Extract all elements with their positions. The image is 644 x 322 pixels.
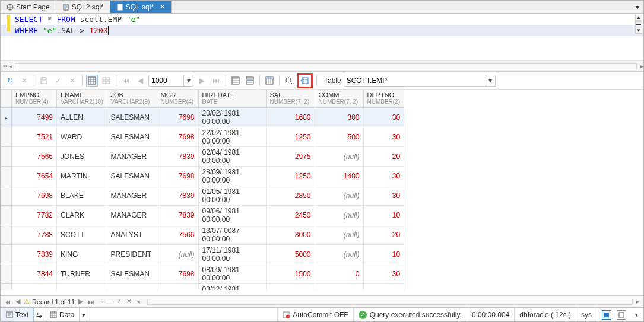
table-cell[interactable]: 7698 xyxy=(157,167,198,186)
table-cell[interactable]: 2850 xyxy=(266,186,315,206)
table-cell[interactable]: WARD xyxy=(57,127,107,147)
table-cell[interactable]: 1250 xyxy=(266,167,315,186)
table-cell[interactable]: SALESMAN xyxy=(107,264,157,284)
text-view-tab[interactable]: Text xyxy=(1,308,34,321)
table-cell[interactable]: 1400 xyxy=(315,167,363,186)
nav-prev-button[interactable]: ◀ xyxy=(14,298,21,305)
table-cell[interactable]: (null) xyxy=(315,206,363,225)
tab-overflow-icon[interactable]: ▾ xyxy=(632,1,643,13)
column-header[interactable]: ENAMEVARCHAR2(10) xyxy=(57,90,107,108)
column-header[interactable]: EMPNONUMBER(4) xyxy=(12,90,57,108)
column-header[interactable]: HIREDATEDATE xyxy=(198,90,266,108)
cancel-edit-button[interactable]: ✕ xyxy=(66,75,78,87)
table-cell[interactable]: (null) xyxy=(315,245,363,264)
selected-rows-button[interactable] xyxy=(244,75,256,87)
page-dropdown-icon[interactable]: ▾ xyxy=(184,75,193,87)
row-header-cell[interactable] xyxy=(1,225,12,245)
table-cell[interactable]: 500 xyxy=(315,127,363,147)
row-header-cell[interactable] xyxy=(1,108,12,127)
table-dropdown-icon[interactable]: ▾ xyxy=(486,75,496,87)
redirect-to-document-button[interactable] xyxy=(297,73,313,88)
prev-page-button[interactable]: ◀ xyxy=(134,75,146,87)
table-cell[interactable]: 7566 xyxy=(157,225,198,245)
close-icon[interactable]: ✕ xyxy=(160,3,165,11)
page-size-input[interactable] xyxy=(148,75,184,87)
table-cell[interactable]: ANALYST xyxy=(107,284,157,291)
table-cell[interactable]: 30 xyxy=(363,264,404,284)
table-cell[interactable]: 7566 xyxy=(157,284,198,291)
grid-view-button[interactable] xyxy=(86,75,98,87)
window-layout-2-button[interactable] xyxy=(617,310,626,320)
column-header[interactable]: JOBVARCHAR2(9) xyxy=(107,90,157,108)
table-cell[interactable]: 30 xyxy=(363,167,404,186)
table-cell[interactable]: 7902 xyxy=(12,284,57,291)
table-cell[interactable]: 7698 xyxy=(157,127,198,147)
table-cell[interactable]: 7839 xyxy=(157,147,198,167)
row-header-cell[interactable] xyxy=(1,186,12,206)
table-cell[interactable]: 20 xyxy=(363,225,404,245)
table-row[interactable]: 7788SCOTTANALYST756613/07/ 0087 00:00:00… xyxy=(1,225,404,245)
table-cell[interactable]: 30 xyxy=(363,127,404,147)
column-header[interactable]: COMMNUMBER(7, 2) xyxy=(315,90,363,108)
table-cell[interactable]: MANAGER xyxy=(107,206,157,225)
table-cell[interactable]: 7698 xyxy=(12,186,57,206)
table-row[interactable]: 7902FORDANALYST756603/12/ 1981 00:00:003… xyxy=(1,284,404,291)
next-page-button[interactable]: ▶ xyxy=(196,75,208,87)
row-header-cell[interactable] xyxy=(1,167,12,186)
table-row[interactable]: 7839KINGPRESIDENT(null)17/11/ 1981 00:00… xyxy=(1,245,404,264)
table-cell[interactable]: 5000 xyxy=(266,245,315,264)
table-cell[interactable]: 30 xyxy=(363,108,404,127)
table-cell[interactable]: MARTIN xyxy=(57,167,107,186)
check-accept-button[interactable]: ✓ xyxy=(52,75,64,87)
table-cell[interactable]: 22/02/ 1981 00:00:00 xyxy=(198,127,266,147)
collapse-button[interactable]: ⇆ xyxy=(34,308,45,321)
data-view-tab[interactable]: Data xyxy=(45,308,80,321)
first-page-button[interactable]: ⏮ xyxy=(120,75,132,87)
editor-splitter[interactable]: •ı• ◂ ▸ xyxy=(1,61,643,72)
nav-scroll-right-icon[interactable]: ▸ xyxy=(635,298,641,305)
results-grid[interactable]: EMPNONUMBER(4)ENAMEVARCHAR2(10)JOBVARCHA… xyxy=(1,90,643,290)
find-button[interactable] xyxy=(283,75,295,87)
table-row[interactable]: 7521WARDSALESMAN769822/02/ 1981 00:00:00… xyxy=(1,127,404,147)
table-cell[interactable]: 30 xyxy=(363,186,404,206)
column-header[interactable]: MGRNUMBER(4) xyxy=(157,90,198,108)
show-filter-button[interactable] xyxy=(264,75,275,87)
editor-scroll-buttons[interactable]: ▲▬▼ xyxy=(635,15,642,34)
row-header-cell[interactable] xyxy=(1,245,12,264)
tab-sql-active[interactable]: SQL.sql* ✕ xyxy=(110,1,172,13)
autocommit-status[interactable]: AutoCommit OFF xyxy=(277,308,353,321)
table-cell[interactable]: 3000 xyxy=(266,225,315,245)
table-cell[interactable]: 20 xyxy=(363,284,404,291)
tab-sql2[interactable]: SQL2.sql* xyxy=(56,1,110,13)
table-cell[interactable]: CLARK xyxy=(57,206,107,225)
row-header-cell[interactable] xyxy=(1,284,12,291)
table-cell[interactable]: MANAGER xyxy=(107,147,157,167)
table-cell[interactable]: 1250 xyxy=(266,127,315,147)
table-cell[interactable]: 7698 xyxy=(157,108,198,127)
table-cell[interactable]: (null) xyxy=(315,284,363,291)
table-cell[interactable]: 7782 xyxy=(12,206,57,225)
paginated-mode-button[interactable] xyxy=(230,75,242,87)
table-cell[interactable]: 1500 xyxy=(266,264,315,284)
table-cell[interactable]: KING xyxy=(57,245,107,264)
table-cell[interactable]: (null) xyxy=(315,225,363,245)
nav-cancel-button[interactable]: ✕ xyxy=(125,298,133,305)
table-cell[interactable]: (null) xyxy=(315,186,363,206)
table-cell[interactable]: 7566 xyxy=(12,147,57,167)
card-view-button[interactable] xyxy=(100,75,112,87)
table-cell[interactable]: 0 xyxy=(315,264,363,284)
nav-next-button[interactable]: ▶ xyxy=(77,298,84,305)
table-cell[interactable]: 7839 xyxy=(12,245,57,264)
table-cell[interactable]: 300 xyxy=(315,108,363,127)
table-cell[interactable]: SALESMAN xyxy=(107,127,157,147)
table-cell[interactable]: 03/12/ 1981 00:00:00 xyxy=(198,284,266,291)
stop-button[interactable]: ✕ xyxy=(18,75,30,87)
table-cell[interactable]: TURNER xyxy=(57,264,107,284)
table-cell[interactable]: 13/07/ 0087 00:00:00 xyxy=(198,225,266,245)
table-cell[interactable]: 7839 xyxy=(157,206,198,225)
table-cell[interactable]: 17/11/ 1981 00:00:00 xyxy=(198,245,266,264)
table-cell[interactable]: (null) xyxy=(315,147,363,167)
table-row[interactable]: 7844TURNERSALESMAN769808/09/ 1981 00:00:… xyxy=(1,264,404,284)
column-header[interactable]: SALNUMBER(7, 2) xyxy=(266,90,315,108)
table-cell[interactable]: PRESIDENT xyxy=(107,245,157,264)
